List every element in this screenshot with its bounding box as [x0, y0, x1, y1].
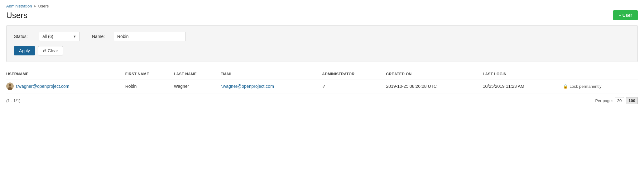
page-title: Users: [6, 11, 27, 20]
cell-lock-action: 🔒 Lock permanently: [563, 79, 638, 93]
col-lastname: LAST NAME: [174, 69, 221, 79]
pagination-info: (1 - 1/1): [6, 98, 21, 103]
breadcrumb-parent[interactable]: Administration: [6, 4, 32, 8]
apply-button[interactable]: Apply: [14, 46, 35, 55]
table-header-row: USERNAME FIRST NAME LAST NAME EMAIL ADMI…: [6, 69, 638, 79]
breadcrumb-current: Users: [38, 4, 49, 8]
table-footer: (1 - 1/1) Per page: 20 100: [6, 97, 638, 104]
cell-last-login: 10/25/2019 11:23 AM: [483, 79, 563, 93]
lock-permanently-button[interactable]: 🔒 Lock permanently: [563, 84, 602, 89]
cell-username: r.wagner@openproject.com: [6, 79, 125, 93]
col-created-on: CREATED ON: [386, 69, 483, 79]
breadcrumb-separator: ▶: [34, 4, 36, 8]
status-select-wrapper: all (6) active locked invited registered…: [39, 32, 79, 41]
add-user-button[interactable]: + User: [613, 10, 638, 20]
clear-label: Clear: [48, 48, 58, 53]
per-page-100[interactable]: 100: [626, 97, 638, 104]
col-last-login: LAST LOGIN: [483, 69, 563, 79]
name-label: Name:: [92, 34, 108, 39]
filter-panel: Status: all (6) active locked invited re…: [6, 25, 638, 62]
col-actions: [563, 69, 638, 79]
col-username: USERNAME: [6, 69, 125, 79]
breadcrumb: Administration ▶ Users: [6, 4, 638, 8]
username-link[interactable]: r.wagner@openproject.com: [6, 82, 122, 90]
clear-button[interactable]: ↺ Clear: [38, 46, 63, 55]
status-label: Status:: [14, 34, 33, 39]
per-page-label: Per page:: [595, 98, 613, 103]
email-link[interactable]: r.wagner@openproject.com: [220, 84, 274, 89]
cell-email: r.wagner@openproject.com: [220, 79, 322, 93]
col-firstname: FIRST NAME: [125, 69, 174, 79]
col-administrator: ADMINISTRATOR: [322, 69, 386, 79]
per-page-section: Per page: 20 100: [595, 97, 638, 104]
cell-created-on: 2019-10-25 08:26:08 UTC: [386, 79, 483, 93]
col-email: EMAIL: [220, 69, 322, 79]
cell-firstname: Robin: [125, 79, 174, 93]
avatar: [6, 82, 14, 90]
undo-icon: ↺: [43, 49, 46, 53]
admin-checkmark: ✓: [322, 84, 326, 89]
name-input[interactable]: [114, 32, 185, 41]
table-row: r.wagner@openproject.com Robin Wagner r.…: [6, 79, 638, 93]
cell-admin: ✓: [322, 79, 386, 93]
svg-point-1: [9, 84, 11, 87]
cell-lastname: Wagner: [174, 79, 221, 93]
lock-icon: 🔒: [563, 84, 568, 89]
page-header: Users + User: [6, 10, 638, 20]
users-table: USERNAME FIRST NAME LAST NAME EMAIL ADMI…: [6, 69, 638, 93]
filter-row: Status: all (6) active locked invited re…: [14, 32, 630, 41]
filter-actions: Apply ↺ Clear: [14, 46, 630, 55]
per-page-20[interactable]: 20: [615, 97, 624, 104]
status-select[interactable]: all (6) active locked invited registered: [39, 32, 79, 41]
